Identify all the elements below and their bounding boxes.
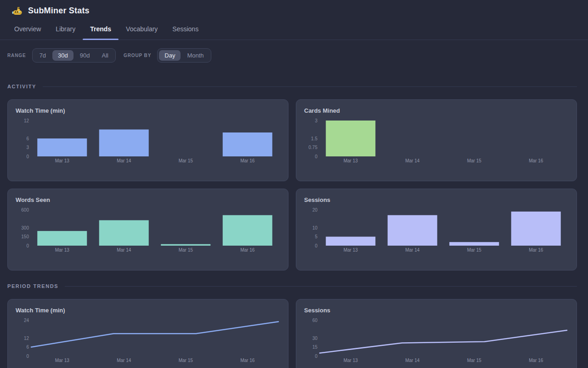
section-divider (43, 86, 577, 87)
chart-grid: Watch Time (min)241260Mar 13Mar 14Mar 15… (7, 299, 577, 368)
chart-grid: Watch Time (min)12630Mar 13Mar 14Mar 15M… (7, 99, 577, 270)
x-axis-label: Mar 16 (529, 247, 543, 253)
y-tick-label: 0 (26, 354, 29, 359)
chart-title: Sessions (304, 307, 569, 314)
y-tick-label: 6 (26, 345, 29, 350)
x-axis-label: Mar 14 (405, 247, 420, 253)
x-axis-label: Mar 14 (117, 247, 131, 253)
group-by-segmented-control: DayMonth (157, 48, 211, 63)
x-axis-label: Mar 15 (467, 158, 482, 163)
tab-trends[interactable]: Trends (83, 20, 119, 40)
main-content: ACTIVITYWatch Time (min)12630Mar 13Mar 1… (0, 84, 588, 368)
x-axis-label: Mar 15 (179, 358, 193, 363)
trend-line (31, 322, 278, 347)
bar-chart-plot: 12630Mar 13Mar 14Mar 15Mar 16 (15, 117, 281, 165)
x-axis-label: Mar 16 (240, 358, 255, 363)
section-header-period-trends: PERIOD TRENDS (7, 283, 577, 289)
range-option-7d[interactable]: 7d (34, 50, 51, 61)
bar-mar-13 (326, 237, 375, 246)
y-tick-label: 0 (26, 243, 29, 248)
bar-chart-plot: 201050Mar 13Mar 14Mar 15Mar 16 (304, 207, 569, 254)
x-axis-label: Mar 16 (529, 158, 543, 163)
range-option-90d[interactable]: 90d (74, 50, 96, 61)
y-tick-label: 6 (26, 136, 29, 141)
section-title: PERIOD TRENDS (7, 283, 58, 289)
y-tick-label: 0.75 (309, 145, 318, 150)
range-option-30d[interactable]: 30d (52, 50, 74, 61)
y-tick-label: 150 (21, 234, 29, 239)
x-axis-label: Mar 16 (240, 247, 255, 253)
section-header-activity: ACTIVITY (7, 84, 577, 89)
x-axis-label: Mar 15 (179, 158, 193, 163)
line-chart-plot: 241260Mar 13Mar 14Mar 15Mar 16 (15, 317, 281, 365)
chart-title: Watch Time (min) (16, 107, 281, 115)
tab-sessions[interactable]: Sessions (165, 20, 206, 40)
chart-title: Watch Time (min) (16, 307, 281, 314)
chart-card-sessions: Sessions201050Mar 13Mar 14Mar 15Mar 16 (296, 189, 577, 270)
y-tick-label: 60 (312, 318, 318, 323)
y-tick-label: 20 (312, 207, 318, 213)
chart-title: Words Seen (16, 196, 281, 204)
bar-mar-16 (223, 215, 272, 246)
x-axis-label: Mar 16 (240, 158, 255, 163)
y-tick-label: 12 (24, 118, 29, 123)
filter-bar: RANGE 7d30d90dAll GROUP BY DayMonth (0, 40, 588, 71)
bar-mar-13 (37, 231, 87, 246)
x-axis-label: Mar 13 (55, 358, 70, 363)
y-tick-label: 10 (312, 225, 318, 230)
group-by-label: GROUP BY (124, 53, 151, 58)
bar-mar-16 (223, 132, 272, 156)
range-option-all[interactable]: All (96, 50, 114, 61)
tab-overview[interactable]: Overview (7, 20, 48, 40)
bar-mar-13 (326, 121, 375, 156)
y-tick-label: 600 (21, 207, 29, 213)
x-axis-label: Mar 16 (529, 358, 543, 363)
bar-mar-14 (99, 130, 149, 157)
y-tick-label: 30 (312, 336, 318, 341)
x-axis-label: Mar 13 (344, 158, 358, 163)
tab-library[interactable]: Library (48, 20, 83, 40)
chart-title: Cards Mined (304, 107, 569, 115)
chart-title: Sessions (304, 196, 569, 204)
y-tick-label: 3 (26, 145, 29, 150)
trend-line (320, 330, 567, 353)
bar-mar-15 (161, 244, 210, 246)
y-tick-label: 24 (24, 318, 29, 323)
y-tick-label: 15 (312, 345, 318, 350)
x-axis-label: Mar 13 (344, 247, 358, 253)
section-title: ACTIVITY (7, 84, 36, 89)
y-tick-label: 0 (315, 243, 317, 248)
x-axis-label: Mar 13 (55, 158, 70, 163)
chart-card-watch-time-min: Watch Time (min)241260Mar 13Mar 14Mar 15… (7, 299, 288, 368)
range-label: RANGE (7, 53, 26, 58)
bar-mar-14 (99, 220, 149, 246)
app-title: SubMiner Stats (28, 6, 90, 16)
tab-bar: OverviewLibraryTrendsVocabularySessions (0, 20, 588, 40)
group-by-option-day[interactable]: Day (159, 50, 181, 61)
bar-chart-plot: 31.50.750Mar 13Mar 14Mar 15Mar 16 (304, 117, 569, 165)
y-tick-label: 0 (26, 154, 29, 159)
y-tick-label: 0 (315, 154, 317, 159)
bar-mar-15 (449, 242, 499, 246)
x-axis-label: Mar 14 (405, 358, 420, 363)
bar-mar-13 (37, 138, 87, 156)
bar-chart-plot: 6003001500Mar 13Mar 14Mar 15Mar 16 (15, 207, 281, 254)
x-axis-label: Mar 15 (467, 358, 482, 363)
bar-mar-14 (388, 215, 437, 246)
x-axis-label: Mar 13 (344, 358, 358, 363)
x-axis-label: Mar 14 (117, 158, 131, 163)
submarine-icon (12, 6, 23, 16)
chart-card-sessions: Sessions6030150Mar 13Mar 14Mar 15Mar 16 (296, 299, 577, 368)
x-axis-label: Mar 15 (467, 247, 482, 253)
x-axis-label: Mar 14 (117, 358, 131, 363)
chart-card-watch-time-min: Watch Time (min)12630Mar 13Mar 14Mar 15M… (7, 99, 288, 181)
chart-card-words-seen: Words Seen6003001500Mar 13Mar 14Mar 15Ma… (7, 189, 288, 270)
y-tick-label: 3 (315, 118, 317, 123)
section-divider (65, 286, 577, 287)
app-header: SubMiner Stats (0, 0, 588, 20)
x-axis-label: Mar 15 (179, 247, 193, 253)
y-tick-label: 5 (315, 234, 317, 239)
tab-vocabulary[interactable]: Vocabulary (119, 20, 165, 40)
group-by-option-month[interactable]: Month (181, 50, 209, 61)
range-segmented-control: 7d30d90dAll (32, 48, 116, 63)
